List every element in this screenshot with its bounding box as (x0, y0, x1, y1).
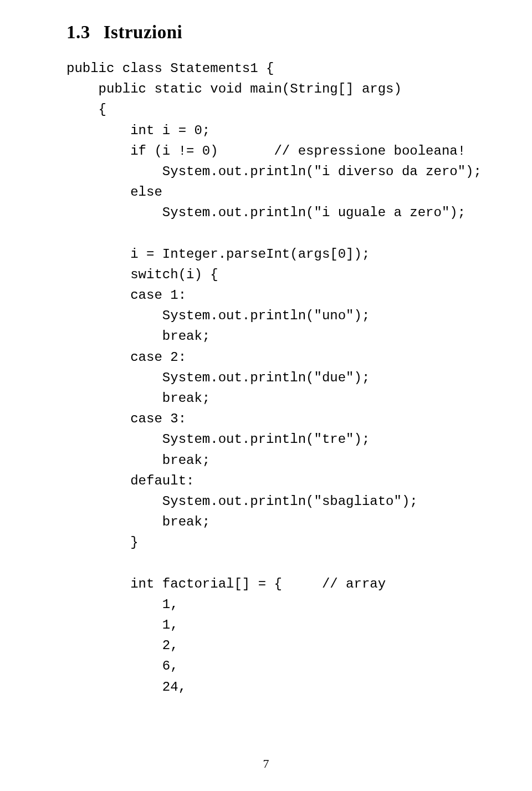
code-line: i = Integer.parseInt(args[0]); (66, 247, 370, 262)
section-number: 1.3 (66, 22, 90, 42)
section-heading: 1.3Istruzioni (66, 22, 466, 43)
code-line: 6, (66, 659, 178, 673)
code-line: System.out.println("sbagliato"); (66, 494, 418, 509)
code-line: else (66, 185, 162, 200)
code-line: System.out.println("uno"); (66, 308, 370, 323)
code-line: System.out.println("i uguale a zero"); (66, 205, 466, 220)
page-number: 7 (0, 757, 532, 771)
code-line: switch(i) { (66, 267, 218, 282)
code-line: 2, (66, 638, 178, 653)
code-line: public class Statements1 { (66, 61, 274, 76)
code-line: int i = 0; (66, 123, 210, 138)
code-line: case 3: (66, 411, 186, 426)
page: 1.3Istruzioni public class Statements1 {… (0, 0, 532, 791)
code-line: break; (66, 453, 210, 468)
code-line: } (66, 535, 139, 550)
code-line: 1, (66, 597, 178, 612)
code-line: 1, (66, 618, 178, 632)
code-line: { (66, 102, 106, 117)
code-line: case 2: (66, 350, 186, 365)
code-line: System.out.println("due"); (66, 370, 370, 385)
section-title: Istruzioni (104, 22, 183, 42)
code-line: System.out.println("i diverso da zero"); (66, 164, 482, 179)
code-line: 24, (66, 680, 186, 695)
code-block: public class Statements1 { public static… (66, 58, 466, 697)
code-line: default: (66, 473, 194, 488)
code-line: break; (66, 391, 210, 406)
code-line: break; (66, 514, 210, 529)
code-line: break; (66, 329, 210, 344)
code-line: System.out.println("tre"); (66, 432, 370, 447)
code-line: case 1: (66, 288, 186, 303)
code-line: int factorial[] = { // array (66, 576, 386, 591)
code-line: if (i != 0) // espressione booleana! (66, 144, 466, 159)
code-line: public static void main(String[] args) (66, 81, 402, 96)
